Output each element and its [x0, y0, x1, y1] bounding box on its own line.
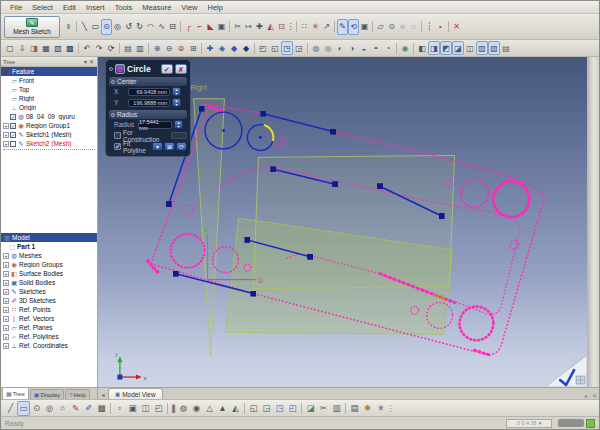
- expander-icon[interactable]: +: [3, 316, 9, 322]
- display-wire-icon[interactable]: ○: [56, 401, 69, 416]
- expander-icon[interactable]: +: [3, 280, 9, 286]
- arc-ccw-tool-icon[interactable]: ↺: [123, 19, 134, 35]
- box-half-icon[interactable]: ◫: [139, 401, 152, 416]
- display-line-icon[interactable]: ╱: [4, 401, 17, 416]
- cancel-button[interactable]: ✘: [175, 64, 187, 74]
- arc-tangent-tool-icon[interactable]: ◠: [145, 19, 156, 35]
- visibility-checkbox[interactable]: ✓: [10, 114, 16, 120]
- refit-polyline-tool-icon[interactable]: ⟲: [348, 19, 359, 35]
- tab-tree[interactable]: ▦ Tree: [2, 387, 29, 399]
- tree-item-meshes[interactable]: + ◍ Meshes: [1, 251, 97, 260]
- rotate-view-icon[interactable]: ◈: [216, 41, 228, 55]
- radius-spinner[interactable]: ▴▾: [174, 120, 183, 129]
- expander-icon[interactable]: +: [3, 289, 9, 295]
- expander-icon[interactable]: +: [3, 132, 9, 138]
- box-section-icon[interactable]: ◰: [152, 401, 165, 416]
- expander-icon[interactable]: +: [3, 262, 9, 268]
- tree-item-solid-bodies[interactable]: + ▣ Solid Bodies: [1, 278, 97, 287]
- pyramid-c-icon[interactable]: ◭: [229, 401, 242, 416]
- close-panel-icon[interactable]: ✕: [88, 58, 95, 65]
- mesh-wire-icon[interactable]: ◑: [346, 41, 358, 55]
- rectangle-tool-icon[interactable]: ▭: [90, 19, 101, 35]
- refresh-icon[interactable]: ⟳: [105, 41, 117, 55]
- box-shaded-icon[interactable]: ▣: [126, 401, 139, 416]
- expander-icon[interactable]: +: [3, 325, 9, 331]
- tree-item-feature-root[interactable]: ◆ Feature: [1, 67, 97, 76]
- model-view-tab[interactable]: ▣ Model View: [108, 388, 163, 399]
- filter-polyline-icon[interactable]: ▧: [488, 41, 500, 55]
- cube-b-icon[interactable]: ◲: [260, 401, 273, 416]
- more-tools-icon[interactable]: ⋮: [287, 19, 294, 35]
- ellipse-entity-icon[interactable]: ○: [397, 19, 408, 35]
- tab-overflow-icon[interactable]: ▸: [583, 392, 590, 399]
- handle-divider[interactable]: ❚: [170, 401, 177, 416]
- tab-help[interactable]: ? Help: [65, 389, 90, 399]
- tree-item-region-groups[interactable]: + ◉ Region Groups: [1, 260, 97, 269]
- tab-display[interactable]: ▣ Display: [30, 389, 64, 399]
- offset-tool-icon[interactable]: ▣: [216, 19, 227, 35]
- tree-item-ref-polylines[interactable]: + ∽ Ref. Polylines: [1, 332, 97, 341]
- coordinate-readout[interactable]: 0 0 4.36 ▾: [506, 419, 552, 428]
- overflow-handle[interactable]: ⋮: [387, 401, 394, 416]
- pan-view-icon[interactable]: ✚: [204, 41, 216, 55]
- chamfer-tool-icon[interactable]: ◣: [205, 19, 216, 35]
- section-bars-icon[interactable]: ‖: [63, 19, 74, 35]
- tree-item-front[interactable]: ▱ Front: [1, 76, 97, 85]
- tree-item-mesh-gyuru[interactable]: ✓ ◍ 08_04_09_gyuru: [1, 112, 97, 121]
- spline-tool-icon[interactable]: ∿: [156, 19, 167, 35]
- filter-solid-icon[interactable]: ◧: [416, 41, 428, 55]
- fit-polyline-tool-icon[interactable]: ✎: [337, 19, 348, 35]
- tree-item-3d-sketches[interactable]: + ✐ 3D Sketches: [1, 296, 97, 305]
- expander-icon[interactable]: +: [3, 123, 9, 129]
- dot-entity-icon[interactable]: •: [435, 19, 446, 35]
- visibility-checkbox[interactable]: [10, 141, 16, 147]
- menu-item[interactable]: Measure: [137, 3, 176, 12]
- line-tool-icon[interactable]: ╲: [79, 19, 90, 35]
- fit-option-refresh-button[interactable]: ⟳: [176, 142, 187, 151]
- extend-tool-icon[interactable]: ↦: [243, 19, 254, 35]
- menu-item[interactable]: View: [176, 3, 202, 12]
- expander-icon[interactable]: +: [3, 343, 9, 349]
- fit-polyline-checkbox[interactable]: [114, 143, 121, 150]
- circle-3pt-tool-icon[interactable]: ◎: [112, 19, 123, 35]
- tree-item-right[interactable]: ▱ Right: [1, 94, 97, 103]
- fit-option-delete-button[interactable]: ⊠: [164, 142, 175, 151]
- menu-item[interactable]: Insert: [81, 3, 110, 12]
- view-normal-icon[interactable]: ◆: [228, 41, 240, 55]
- annotation-icon[interactable]: ▤: [348, 401, 361, 416]
- arc-entity-icon[interactable]: ◌: [408, 19, 419, 35]
- tree-item-surface-bodies[interactable]: + ◧ Surface Bodies: [1, 269, 97, 278]
- cube-a-icon[interactable]: ◱: [247, 401, 260, 416]
- accept-button[interactable]: ✔: [161, 64, 173, 74]
- pyramid-b-icon[interactable]: ▲: [216, 401, 229, 416]
- pen-icon[interactable]: ✎: [69, 401, 82, 416]
- expander-icon[interactable]: +: [3, 307, 9, 313]
- sphere-shaded-icon[interactable]: ◍: [177, 401, 190, 416]
- display-shaded-icon[interactable]: ▭: [17, 401, 30, 416]
- view-iso-icon[interactable]: ◆: [240, 41, 252, 55]
- merge-points-tool-icon[interactable]: ▣: [359, 19, 370, 35]
- expander-icon[interactable]: +: [3, 298, 9, 304]
- dialog-collapse-dot[interactable]: [109, 67, 113, 71]
- plane-display-icon[interactable]: ◪: [304, 401, 317, 416]
- mesh-display-icon[interactable]: ◍: [310, 41, 322, 55]
- tree-item-sketch1[interactable]: + ✓ ✎ Sketch1 (Mesh): [1, 130, 97, 139]
- tree-item-part1[interactable]: ▢ Part 1: [1, 242, 97, 251]
- visibility-checkbox[interactable]: ✓: [10, 123, 16, 129]
- copy-display-icon[interactable]: ▥: [330, 401, 343, 416]
- light-icon[interactable]: ✱: [361, 401, 374, 416]
- tree-item-sketch2[interactable]: + ✎ Sketch2 (Mesh): [1, 139, 97, 148]
- mesh-shaded-icon[interactable]: ◎: [322, 41, 334, 55]
- corner-fillet-tool-icon[interactable]: ⌐: [194, 19, 205, 35]
- cut-plane-icon[interactable]: ✂: [317, 401, 330, 416]
- new-file-icon[interactable]: ▢: [4, 41, 16, 55]
- filter-region-icon[interactable]: ▤: [500, 41, 512, 55]
- menu-item[interactable]: File: [5, 3, 27, 12]
- convert-tool-icon[interactable]: ⊡: [276, 19, 287, 35]
- trim-tool-icon[interactable]: ✂: [232, 19, 243, 35]
- expander-icon[interactable]: +: [3, 271, 9, 277]
- view-cube-iso-icon[interactable]: ◲: [293, 41, 305, 55]
- menu-item[interactable]: Select: [27, 3, 58, 12]
- menu-item[interactable]: Tools: [110, 3, 138, 12]
- expander-icon[interactable]: +: [3, 141, 9, 147]
